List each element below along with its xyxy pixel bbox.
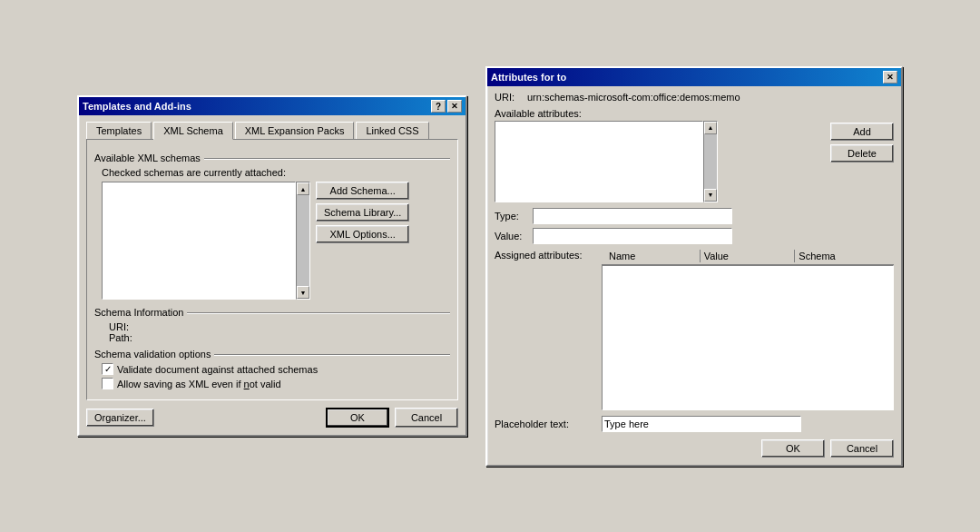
attributes-title-buttons: ✕ xyxy=(883,71,897,84)
validate-label: Validate document against attached schem… xyxy=(117,364,318,375)
allow-saving-checkbox-row: Allow saving as XML even if not valid xyxy=(102,378,450,389)
available-attr-listbox-container: ▲ ▼ xyxy=(495,121,823,202)
attr-table-header: Name Value Schema xyxy=(602,248,894,265)
xml-schema-tab-content: Available XML schemas Checked schemas ar… xyxy=(86,139,458,400)
templates-content: Templates XML Schema XML Expansion Packs… xyxy=(79,115,466,435)
scroll-down-arrow[interactable]: ▼ xyxy=(297,286,309,299)
scroll-up-arrow[interactable]: ▲ xyxy=(297,182,309,195)
tab-templates[interactable]: Templates xyxy=(86,122,152,140)
allow-saving-checkbox[interactable] xyxy=(102,378,113,389)
available-attr-label: Available attributes: xyxy=(495,108,823,119)
schema-scrollbar[interactable]: ▲ ▼ xyxy=(296,182,310,300)
add-schema-button[interactable]: Add Schema... xyxy=(316,182,409,200)
templates-close-button[interactable]: ✕ xyxy=(447,100,462,113)
schema-info-content: URI: Path: xyxy=(109,321,450,343)
dialog1-bottom-buttons: Organizer... OK Cancel xyxy=(86,408,458,428)
attributes-content: URI: urn:schemas-microsoft-com:office:de… xyxy=(487,86,901,465)
available-attr-scrollbar[interactable]: ▲ ▼ xyxy=(703,121,718,202)
attributes-title-bar: Attributes for to ✕ xyxy=(487,68,901,86)
allow-saving-label: Allow saving as XML even if not valid xyxy=(117,379,281,389)
dialog2-bottom-buttons: OK Cancel xyxy=(495,439,894,458)
dialog2-ok-button[interactable]: OK xyxy=(761,439,825,458)
organizer-button[interactable]: Organizer... xyxy=(86,409,154,427)
validation-options: ✓ Validate document against attached sch… xyxy=(102,363,450,389)
tab-linked-css[interactable]: Linked CSS xyxy=(356,122,428,140)
placeholder-field[interactable] xyxy=(602,416,801,432)
templates-dialog: Templates and Add-ins ? ✕ Templates XML … xyxy=(77,95,467,437)
value-field[interactable] xyxy=(533,228,732,244)
uri-row: URI: urn:schemas-microsoft-com:office:de… xyxy=(495,92,894,103)
available-attr-left: Available attributes: ▲ ▼ xyxy=(495,108,823,202)
assigned-attr-area: Assigned attributes: Name Value Schema xyxy=(495,248,894,410)
attributes-dialog: Attributes for to ✕ URI: urn:schemas-mic… xyxy=(485,66,903,467)
type-field[interactable] xyxy=(533,208,732,224)
assigned-attr-table-container: Name Value Schema xyxy=(602,248,894,410)
type-value-area: Type: Value: xyxy=(495,208,894,244)
dialog1-ok-button[interactable]: OK xyxy=(326,408,389,428)
attributes-close-button[interactable]: ✕ xyxy=(883,71,897,84)
avail-scroll-up[interactable]: ▲ xyxy=(704,122,717,134)
avail-scroll-down[interactable]: ▼ xyxy=(704,189,717,202)
uri-label: URI: xyxy=(495,92,522,103)
assigned-label: Assigned attributes: xyxy=(495,250,594,261)
uri-label: URI: xyxy=(109,321,450,332)
schema-buttons: Add Schema... Schema Library... XML Opti… xyxy=(316,182,409,300)
type-value-left: Type: Value: xyxy=(495,208,732,244)
available-xml-header: Available XML schemas xyxy=(94,153,450,163)
scroll-track xyxy=(297,195,309,286)
delete-attr-button[interactable]: Delete xyxy=(830,144,894,163)
schema-listbox-container: ▲ ▼ xyxy=(102,182,310,300)
tab-xml-expansion[interactable]: XML Expansion Packs xyxy=(235,122,355,140)
avail-attr-buttons: Add Delete xyxy=(830,108,894,202)
schema-list-area: ▲ ▼ Add Schema... Schema Library... XML … xyxy=(102,182,450,300)
assigned-attr-listbox[interactable] xyxy=(602,265,894,410)
type-row: Type: xyxy=(495,208,732,224)
validate-checkbox-row: ✓ Validate document against attached sch… xyxy=(102,363,450,375)
value-label: Value: xyxy=(495,231,527,241)
col-name: Name xyxy=(605,250,701,262)
type-label: Type: xyxy=(495,211,527,222)
dialog1-cancel-button[interactable]: Cancel xyxy=(395,408,458,428)
templates-help-button[interactable]: ? xyxy=(431,100,446,113)
value-row: Value: xyxy=(495,228,732,244)
path-label: Path: xyxy=(109,332,450,343)
validate-checkbox[interactable]: ✓ xyxy=(102,363,113,375)
templates-tab-bar: Templates XML Schema XML Expansion Packs… xyxy=(86,121,458,139)
avail-scroll-track xyxy=(704,134,717,189)
checked-schemas-label: Checked schemas are currently attached: xyxy=(102,167,450,178)
available-attr-area: Available attributes: ▲ ▼ Add Delete xyxy=(495,108,894,202)
dialog1-ok-cancel: OK Cancel xyxy=(326,408,458,428)
templates-title-bar: Templates and Add-ins ? ✕ xyxy=(79,97,466,115)
validation-header: Schema validation options xyxy=(94,349,450,360)
available-attr-listbox[interactable] xyxy=(495,121,703,202)
add-attr-button[interactable]: Add xyxy=(830,123,894,141)
schema-library-button[interactable]: Schema Library... xyxy=(316,203,409,222)
placeholder-label: Placeholder text: xyxy=(495,419,594,429)
schema-listbox[interactable] xyxy=(102,182,296,300)
templates-title-buttons: ? ✕ xyxy=(431,100,462,113)
attributes-title-text: Attributes for to xyxy=(491,72,566,83)
uri-value: urn:schemas-microsoft-com:office:demos:m… xyxy=(527,92,740,103)
placeholder-row: Placeholder text: xyxy=(495,416,894,432)
col-value: Value xyxy=(701,250,796,262)
tab-xml-schema[interactable]: XML Schema xyxy=(153,122,233,140)
dialog2-cancel-button[interactable]: Cancel xyxy=(830,439,894,458)
col-schema: Schema xyxy=(795,250,890,262)
schema-info-header: Schema Information xyxy=(94,307,450,318)
xml-options-button[interactable]: XML Options... xyxy=(316,225,409,243)
templates-title-text: Templates and Add-ins xyxy=(83,101,191,112)
